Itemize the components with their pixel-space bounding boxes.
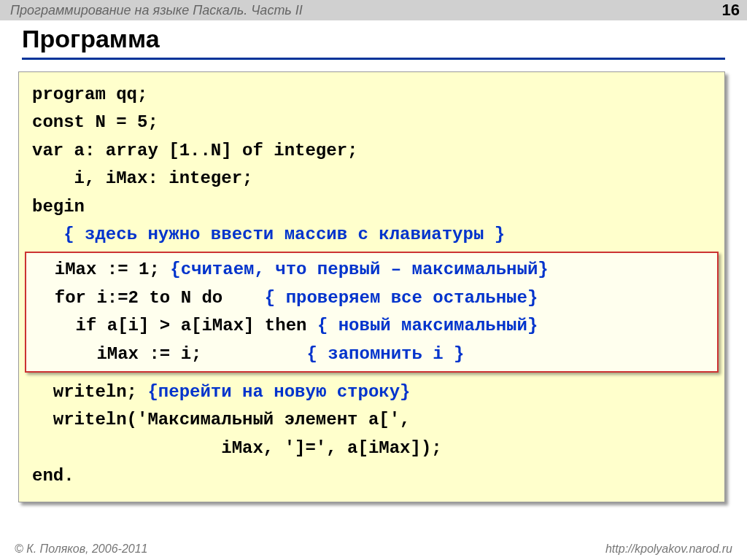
code-line: { здесь нужно ввести массив с клавиатуры… xyxy=(32,221,711,249)
code-line: var a: array [1..N] of integer; xyxy=(32,137,711,165)
code-line: iMax := 1; {считаем, что первый – максим… xyxy=(34,256,710,284)
code-comment: { запомнить i } xyxy=(306,344,464,364)
code-line: if a[i] > a[iMax] then { новый максималь… xyxy=(34,312,710,340)
code-line: end. xyxy=(32,462,711,490)
code-block: program qq; const N = 5; var a: array [1… xyxy=(18,71,725,502)
code-line: for i:=2 to N do { проверяем все остальн… xyxy=(34,284,710,312)
code-line: writeln; {перейти на новую строку} xyxy=(32,378,711,406)
code-line: program qq; xyxy=(32,81,711,109)
slide-header: Программирование на языке Паскаль. Часть… xyxy=(0,0,747,20)
page-number: 16 xyxy=(722,1,740,20)
highlighted-code: iMax := 1; {считаем, что первый – максим… xyxy=(25,252,719,373)
code-line: begin xyxy=(32,193,711,221)
copyright: © К. Поляков, 2006-2011 xyxy=(15,542,147,556)
title-row: Программа xyxy=(0,20,747,64)
slide-footer: © К. Поляков, 2006-2011 http://kpolyakov… xyxy=(0,542,747,556)
code-comment: { новый максимальный} xyxy=(317,316,538,335)
code-line: iMax, ']=', a[iMax]); xyxy=(32,435,711,462)
code-comment: { здесь нужно ввести массив с клавиатуры… xyxy=(63,225,505,244)
code-line: const N = 5; xyxy=(32,109,711,136)
code-comment: {считаем, что первый – максимальный} xyxy=(170,260,548,279)
course-name: Программирование на языке Паскаль. Часть… xyxy=(10,3,303,18)
code-comment: { проверяем все остальные} xyxy=(265,288,538,308)
author-url: http://kpolyakov.narod.ru xyxy=(605,542,732,556)
code-comment: {перейти на новую строку} xyxy=(147,382,410,402)
code-line: iMax := i; { запомнить i } xyxy=(34,341,710,368)
code-line: i, iMax: integer; xyxy=(32,165,711,192)
code-line: writeln('Максимальный элемент a[', xyxy=(32,406,711,434)
slide-title: Программа xyxy=(22,25,725,60)
